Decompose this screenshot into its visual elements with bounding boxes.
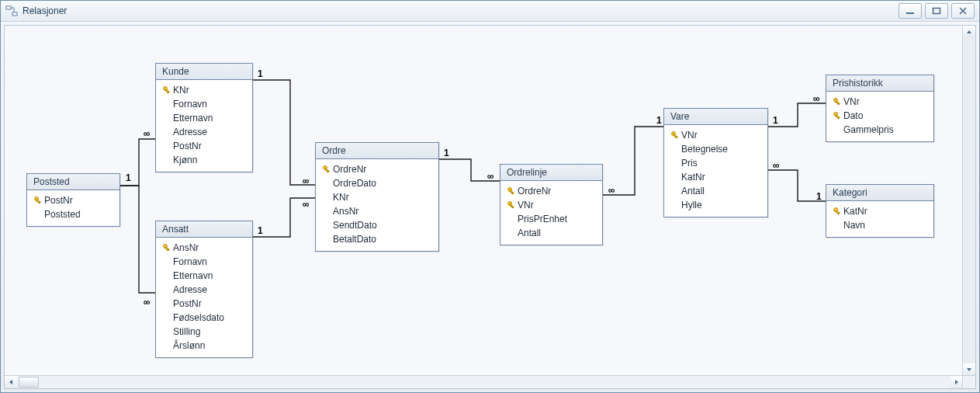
field-row[interactable]: AnsNr	[161, 241, 248, 255]
table-fields: KatNrNavn	[826, 201, 933, 237]
field-row[interactable]: PostNr	[32, 193, 115, 207]
primary-key-icon	[831, 97, 843, 106]
table-title: Kategori	[826, 185, 933, 201]
field-name: Poststed	[44, 209, 81, 220]
table-ordre[interactable]: Ordre OrdreNrOrdreDatoKNrAnsNrSendtDatoB…	[315, 142, 439, 252]
field-row[interactable]: Adresse	[161, 283, 248, 297]
table-ansatt[interactable]: Ansatt AnsNrFornavnEtternavnAdressePostN…	[155, 221, 253, 358]
field-row[interactable]: VNr	[505, 198, 597, 212]
field-row[interactable]: Antall	[669, 184, 763, 198]
field-row[interactable]: Pris	[669, 156, 763, 170]
svg-rect-3	[933, 9, 940, 14]
table-kunde[interactable]: Kunde KNrFornavnEtternavnAdressePostNrKj…	[155, 63, 253, 172]
minimize-button[interactable]	[899, 3, 922, 19]
field-row[interactable]: PostNr	[161, 297, 248, 311]
primary-key-icon	[831, 207, 843, 216]
field-name: VNr	[681, 130, 698, 141]
field-name: Adresse	[173, 284, 207, 295]
scroll-down-button[interactable]	[963, 363, 975, 376]
field-row[interactable]: KatNr	[669, 170, 763, 184]
field-name: OrdreDato	[333, 178, 376, 189]
field-name: Årslønn	[173, 340, 205, 351]
field-name: KNr	[173, 85, 189, 96]
field-row[interactable]: Betegnelse	[669, 142, 763, 156]
field-row[interactable]: Fornavn	[161, 97, 248, 111]
cardinality-one: 1	[258, 225, 263, 236]
table-ordrelinje[interactable]: Ordrelinje OrdreNrVNrPrisPrEnhetAntall	[500, 164, 603, 245]
field-row[interactable]: Antall	[505, 226, 597, 240]
primary-key-icon	[505, 186, 518, 196]
field-name: Gammelpris	[843, 124, 894, 135]
scroll-right-button[interactable]	[951, 376, 963, 388]
table-vare[interactable]: Vare VNrBetegnelsePrisKatNrAntallHylle	[663, 108, 768, 217]
scroll-thumb[interactable]	[19, 377, 39, 388]
table-poststed[interactable]: Poststed PostNrPoststed	[26, 173, 120, 227]
cardinality-many: ∞	[144, 128, 151, 139]
scroll-left-button[interactable]	[5, 376, 17, 388]
table-fields: VNrDatoGammelpris	[826, 92, 933, 141]
table-title: Ordre	[316, 143, 438, 159]
field-row[interactable]: KNr	[161, 83, 248, 97]
field-name: BetaltDato	[333, 234, 376, 245]
primary-key-icon	[32, 196, 44, 205]
table-title: Prishistorikk	[826, 75, 933, 92]
scroll-up-button[interactable]	[963, 26, 975, 38]
vertical-scrollbar[interactable]	[962, 26, 975, 376]
field-name: Etternavn	[173, 270, 213, 281]
field-row[interactable]: VNr	[831, 95, 929, 109]
field-row[interactable]: Fornavn	[161, 255, 248, 269]
field-row[interactable]: Fødselsdato	[161, 311, 248, 325]
cardinality-many: ∞	[487, 171, 494, 182]
field-row[interactable]: Etternavn	[161, 111, 248, 125]
window-title: Relasjoner	[23, 5, 67, 16]
field-name: Kjønn	[173, 155, 197, 165]
close-button[interactable]	[951, 3, 975, 19]
field-row[interactable]: Dato	[831, 109, 929, 123]
field-name: KatNr	[843, 206, 867, 217]
field-name: Dato	[843, 110, 863, 121]
svg-rect-2	[906, 12, 914, 14]
primary-key-icon	[669, 130, 681, 140]
field-row[interactable]: Etternavn	[161, 269, 248, 283]
table-prishistorikk[interactable]: Prishistorikk VNrDatoGammelpris	[826, 75, 934, 142]
field-row[interactable]: Hylle	[669, 198, 763, 212]
field-row[interactable]: OrdreDato	[320, 176, 434, 190]
field-row[interactable]: OrdreNr	[320, 162, 434, 176]
field-row[interactable]: Årslønn	[161, 339, 248, 353]
field-row[interactable]: Gammelpris	[831, 123, 929, 137]
maximize-button[interactable]	[925, 3, 948, 19]
field-row[interactable]: VNr	[669, 128, 763, 142]
diagram-canvas[interactable]: 1 ∞ ∞ 1 1 ∞ ∞ 1 ∞ ∞ 1 1 ∞ ∞ 1 Poststed P…	[4, 25, 976, 389]
field-row[interactable]: SendtDato	[320, 218, 434, 232]
primary-key-icon	[505, 200, 518, 210]
table-fields: KNrFornavnEtternavnAdressePostNrKjønn	[156, 80, 252, 172]
table-title: Poststed	[27, 174, 119, 190]
cardinality-one: 1	[258, 68, 263, 79]
field-row[interactable]: AnsNr	[320, 204, 434, 218]
titlebar: Relasjoner	[1, 1, 979, 22]
field-row[interactable]: PrisPrEnhet	[505, 212, 597, 226]
table-kategori[interactable]: Kategori KatNrNavn	[826, 184, 934, 238]
field-row[interactable]: KNr	[320, 190, 434, 204]
horizontal-scrollbar[interactable]	[5, 375, 963, 388]
field-row[interactable]: OrdreNr	[505, 184, 597, 198]
field-row[interactable]: Poststed	[32, 207, 115, 221]
field-row[interactable]: KatNr	[831, 204, 929, 218]
field-name: Hylle	[681, 200, 702, 210]
scrollbar-corner	[962, 375, 975, 388]
table-title: Ordrelinje	[500, 165, 602, 181]
field-row[interactable]: Navn	[831, 218, 929, 232]
field-row[interactable]: Adresse	[161, 125, 248, 139]
field-row[interactable]: Kjønn	[161, 153, 248, 167]
cardinality-one: 1	[444, 148, 449, 158]
field-row[interactable]: BetaltDato	[320, 232, 434, 246]
field-name: AnsNr	[173, 242, 199, 253]
field-row[interactable]: PostNr	[161, 139, 248, 153]
cardinality-many: ∞	[608, 185, 615, 196]
field-name: Pris	[681, 158, 698, 169]
field-name: Antall	[518, 228, 541, 238]
cardinality-many: ∞	[303, 199, 310, 210]
scroll-track[interactable]	[963, 38, 975, 363]
field-row[interactable]: Stilling	[161, 325, 248, 339]
relationships-window: Relasjoner	[0, 0, 980, 393]
